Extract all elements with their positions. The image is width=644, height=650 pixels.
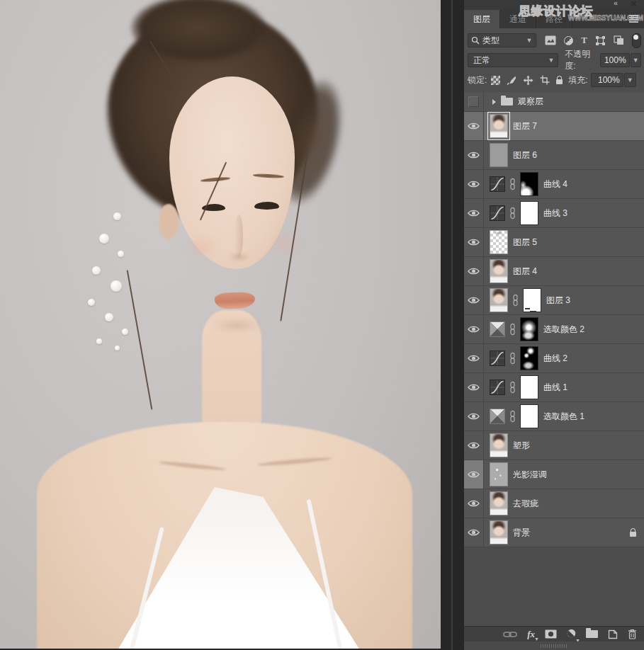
new-layer-icon[interactable]: [608, 629, 618, 639]
eye-icon[interactable]: [468, 122, 480, 130]
visibility-cell[interactable]: [464, 344, 484, 372]
curves-adjustment-icon[interactable]: [490, 350, 505, 366]
layer-row[interactable]: 光影湿调: [464, 460, 644, 489]
delete-layer-icon[interactable]: [628, 629, 637, 639]
eye-icon[interactable]: [468, 267, 480, 275]
layer-filter-type-dropdown[interactable]: 类型 ▼: [468, 33, 536, 47]
selective-color-adjustment-icon[interactable]: [490, 321, 505, 337]
eye-icon[interactable]: [468, 296, 480, 304]
visibility-cell[interactable]: [464, 460, 484, 489]
eye-icon[interactable]: [468, 151, 480, 159]
layer-row[interactable]: 图层 5: [464, 228, 644, 257]
layer-mask-thumbnail[interactable]: [520, 346, 538, 370]
layer-row[interactable]: 曲线 2: [464, 344, 644, 373]
mask-link-icon[interactable]: [509, 207, 516, 219]
pixel-filter-icon[interactable]: [545, 35, 556, 45]
visibility-cell[interactable]: [464, 92, 484, 111]
layer-row[interactable]: 图层 4: [464, 257, 644, 286]
layer-name[interactable]: 曲线 3: [543, 207, 567, 219]
layer-thumbnail[interactable]: [490, 433, 508, 457]
layer-thumbnail[interactable]: [490, 230, 508, 254]
eye-icon[interactable]: [468, 325, 480, 333]
visibility-cell[interactable]: [464, 489, 484, 518]
layer-thumbnail[interactable]: [490, 288, 508, 312]
eye-icon[interactable]: [468, 383, 480, 392]
lock-transparent-pixels-icon[interactable]: [491, 76, 500, 85]
visibility-cell[interactable]: [464, 431, 484, 460]
new-adjustment-layer-icon[interactable]: ▼: [567, 628, 576, 641]
eye-icon[interactable]: [468, 528, 480, 537]
layer-name[interactable]: 选取颜色 1: [543, 411, 584, 423]
layer-thumbnail[interactable]: [490, 143, 508, 167]
visibility-cell[interactable]: [464, 199, 484, 227]
layer-name[interactable]: 塑形: [513, 440, 530, 452]
eye-icon[interactable]: [468, 412, 480, 421]
layer-row[interactable]: 曲线 3: [464, 199, 644, 228]
eye-icon[interactable]: [468, 180, 480, 188]
visibility-cell[interactable]: [464, 170, 484, 198]
layer-row[interactable]: 曲线 1: [464, 373, 644, 402]
lock-artboard-icon[interactable]: [540, 75, 550, 85]
layer-mask-thumbnail[interactable]: [520, 404, 538, 428]
visibility-checkbox[interactable]: [468, 96, 479, 107]
mask-link-icon[interactable]: [509, 178, 516, 190]
visibility-cell[interactable]: [464, 286, 484, 314]
layer-name[interactable]: 选取颜色 2: [543, 324, 584, 336]
filter-toggle-icon[interactable]: [632, 33, 641, 48]
layer-name[interactable]: 去瑕疵: [513, 498, 538, 510]
layer-mask-thumbnail[interactable]: [520, 317, 538, 341]
layer-mask-thumbnail[interactable]: [520, 201, 538, 225]
adjustment-filter-icon[interactable]: [564, 36, 573, 45]
layer-name[interactable]: 图层 6: [513, 149, 537, 161]
layer-name[interactable]: 曲线 2: [543, 353, 567, 365]
visibility-cell[interactable]: [464, 141, 484, 169]
layer-thumbnail[interactable]: [490, 520, 508, 544]
layer-style-icon[interactable]: fx▼: [527, 629, 535, 640]
lock-image-pixels-icon[interactable]: [507, 75, 516, 85]
shape-filter-icon[interactable]: [595, 35, 606, 46]
layer-name[interactable]: 观察层: [518, 96, 543, 108]
eye-icon[interactable]: [468, 470, 480, 479]
eye-icon[interactable]: [468, 209, 480, 217]
type-filter-icon[interactable]: T: [581, 35, 587, 46]
layer-mask-thumbnail[interactable]: [520, 172, 538, 196]
layer-row[interactable]: 图层 6: [464, 141, 644, 170]
panel-resize-strip[interactable]: [464, 642, 644, 650]
blend-mode-dropdown[interactable]: 正常 ▼: [468, 53, 558, 67]
layer-name[interactable]: 曲线 1: [543, 382, 567, 394]
add-layer-mask-icon[interactable]: [545, 629, 557, 639]
link-layers-icon[interactable]: [503, 630, 517, 639]
curves-adjustment-icon[interactable]: [490, 205, 505, 221]
layer-thumbnail[interactable]: [490, 491, 508, 515]
eye-icon[interactable]: [468, 354, 480, 363]
fill-input[interactable]: 100%: [591, 73, 623, 87]
opacity-dropdown-arrow[interactable]: ▼: [631, 53, 641, 67]
layer-row[interactable]: 选取颜色 2: [464, 315, 644, 344]
collapse-panels-icon[interactable]: «: [614, 0, 617, 7]
layer-name[interactable]: 光影湿调: [513, 469, 547, 481]
mask-link-icon[interactable]: [509, 381, 516, 394]
close-panel-icon[interactable]: ✕: [631, 0, 637, 8]
visibility-cell[interactable]: [464, 402, 484, 431]
visibility-cell[interactable]: [464, 518, 484, 547]
visibility-cell[interactable]: [464, 257, 484, 285]
visibility-cell[interactable]: [464, 228, 484, 256]
photo-canvas[interactable]: [0, 0, 441, 649]
visibility-cell[interactable]: [464, 315, 484, 343]
visibility-cell[interactable]: [464, 373, 484, 401]
mask-link-icon[interactable]: [509, 323, 516, 336]
layer-row[interactable]: 去瑕疵: [464, 489, 644, 518]
layer-name[interactable]: 图层 7: [513, 120, 537, 132]
layer-row[interactable]: 选取颜色 1: [464, 402, 644, 431]
layer-row[interactable]: 背景: [464, 518, 644, 547]
eye-icon[interactable]: [468, 499, 480, 508]
panel-menu-icon[interactable]: [629, 15, 638, 23]
layer-row[interactable]: 塑形: [464, 431, 644, 460]
disclosure-triangle-icon[interactable]: [492, 99, 496, 105]
layer-name[interactable]: 图层 4: [513, 266, 537, 278]
layer-mask-thumbnail[interactable]: [523, 288, 541, 312]
new-group-icon[interactable]: [586, 630, 598, 638]
layer-group-row[interactable]: 观察层: [464, 92, 644, 112]
visibility-cell[interactable]: [464, 112, 484, 140]
eye-icon[interactable]: [468, 238, 480, 246]
